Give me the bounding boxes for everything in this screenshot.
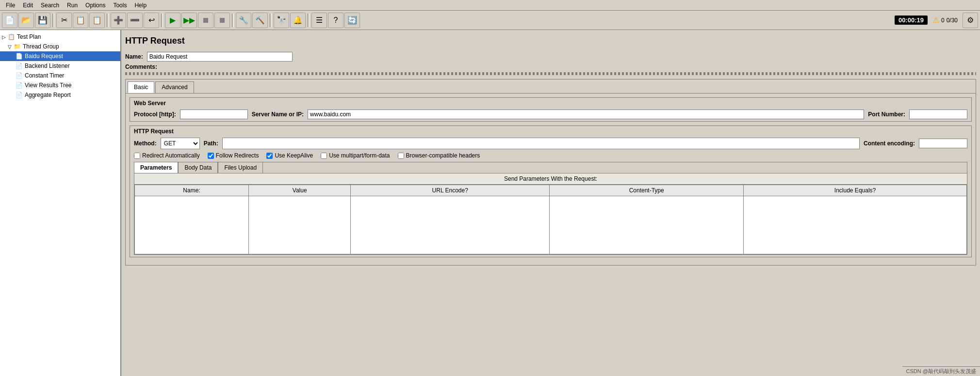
error-count: 0: [941, 17, 945, 24]
bell-button[interactable]: 🔔: [290, 13, 306, 28]
inner-tabs-container: Parameters Body Data Files Upload Send P…: [134, 162, 967, 255]
start-button[interactable]: ▶: [165, 13, 180, 28]
remove-button[interactable]: ➖: [127, 13, 143, 28]
empty-row: [135, 196, 967, 254]
folder-icon: 📁: [14, 43, 21, 50]
search-button[interactable]: 🔭: [274, 13, 289, 28]
paste-button[interactable]: 📋: [89, 13, 105, 28]
form-panel: HTTP Request Name: Comments: Basic Advan…: [125, 34, 976, 266]
follow-redirects-checkbox[interactable]: Follow Redirects: [208, 152, 259, 159]
tree-item-view-results[interactable]: 📄 View Results Tree: [0, 80, 120, 90]
follow-redirects-label: Follow Redirects: [216, 152, 259, 159]
inner-tab-body-data[interactable]: Body Data: [178, 162, 218, 173]
empty-cell-5: [744, 196, 967, 254]
path-input[interactable]: [222, 138, 860, 149]
redirect-auto-checkbox[interactable]: Redirect Automatically: [134, 152, 200, 159]
menu-help[interactable]: Help: [131, 1, 150, 10]
tree-item-aggregate-report[interactable]: 📄 Aggregate Report: [0, 90, 120, 100]
path-label: Path:: [204, 140, 218, 147]
warning-icon: ⚠: [932, 16, 939, 25]
menu-tools[interactable]: Tools: [109, 1, 131, 10]
multipart-checkbox[interactable]: Use multipart/form-data: [321, 152, 390, 159]
start-no-pause-button[interactable]: ▶▶: [181, 13, 197, 28]
page-icon: 📄: [16, 72, 23, 79]
tree-label: Baidu Request: [25, 53, 63, 60]
encoding-label: Content encoding:: [864, 140, 915, 147]
protocol-input[interactable]: [180, 110, 248, 119]
open-button[interactable]: 📂: [18, 13, 34, 28]
timer-display: 00:00:19: [895, 16, 928, 25]
cut-button[interactable]: ✂: [56, 13, 72, 28]
hammer-button[interactable]: 🔨: [252, 13, 268, 28]
expand-icon: ▽: [8, 44, 12, 49]
port-input[interactable]: [909, 110, 967, 119]
add-button[interactable]: ➕: [111, 13, 126, 28]
http-request-section: HTTP Request Method: GET POST PUT DELETE…: [130, 125, 972, 257]
menu-search[interactable]: Search: [37, 1, 63, 10]
table-header-row: Send Parameters With the Request:: [134, 173, 967, 185]
name-input[interactable]: [147, 52, 293, 62]
tree-item-baidu-request[interactable]: 📄 Baidu Request: [0, 51, 120, 61]
tab-basic[interactable]: Basic: [128, 81, 154, 93]
copy-button[interactable]: 📋: [73, 13, 88, 28]
port-label: Port Number:: [868, 111, 905, 118]
page-icon: 📄: [16, 53, 23, 60]
parameters-content: Send Parameters With the Request: Name: …: [134, 173, 967, 254]
name-label: Name:: [125, 53, 143, 60]
panel-title: HTTP Request: [125, 34, 976, 48]
checkbox-row: Redirect Automatically Follow Redirects …: [134, 152, 967, 159]
tree-item-backend-listener[interactable]: 📄 Backend Listener: [0, 61, 120, 71]
menu-run[interactable]: Run: [63, 1, 82, 10]
page-icon: 📄: [16, 82, 23, 89]
method-select[interactable]: GET POST PUT DELETE HEAD OPTIONS PATCH: [161, 138, 200, 149]
toolbar-separator-1: [52, 14, 54, 27]
empty-cell-3: [351, 196, 550, 254]
multipart-input[interactable]: [321, 153, 327, 159]
col-url-encode: URL Encode?: [351, 185, 550, 196]
browser-headers-checkbox[interactable]: Browser-compatible headers: [398, 152, 480, 159]
keepalive-input[interactable]: [266, 153, 273, 159]
inner-tab-parameters[interactable]: Parameters: [134, 162, 178, 173]
page-icon: 📄: [16, 92, 23, 98]
follow-redirects-input[interactable]: [208, 153, 214, 159]
col-content-type: Content-Type: [550, 185, 744, 196]
browser-headers-input[interactable]: [398, 153, 404, 159]
stop-button[interactable]: ⏹: [198, 13, 213, 28]
menu-options[interactable]: Options: [82, 1, 109, 10]
empty-cell-1: [135, 196, 249, 254]
browser-headers-label: Browser-compatible headers: [406, 152, 480, 159]
redirect-auto-input[interactable]: [134, 153, 140, 159]
keepalive-checkbox[interactable]: Use KeepAlive: [266, 152, 313, 159]
settings-button[interactable]: ⚙: [963, 13, 978, 28]
keepalive-label: Use KeepAlive: [275, 152, 313, 159]
menu-file[interactable]: File: [2, 1, 19, 10]
inner-tab-files-upload[interactable]: Files Upload: [218, 162, 263, 173]
main-tabs-container: Basic Advanced Web Server Protocol [http…: [125, 79, 976, 266]
tree-item-thread-group[interactable]: ▽ 📁 Thread Group: [0, 42, 120, 51]
web-server-section: Web Server Protocol [http]: Server Name …: [130, 97, 972, 122]
shutdown-button[interactable]: ⏹: [214, 13, 230, 28]
method-row: Method: GET POST PUT DELETE HEAD OPTIONS…: [134, 138, 967, 149]
method-label: Method:: [134, 140, 157, 147]
divider[interactable]: [125, 72, 976, 75]
server-input[interactable]: [308, 110, 864, 119]
toolbar-separator-5: [270, 14, 272, 27]
bottom-text: CSDN @敲代码敲到头发茂盛: [906, 368, 976, 374]
save-button[interactable]: 💾: [35, 13, 50, 28]
help-button[interactable]: ?: [328, 13, 343, 28]
page-icon: 📄: [16, 63, 23, 69]
tab-advanced[interactable]: Advanced: [155, 81, 194, 93]
tree-item-test-plan[interactable]: ▷ 📋 Test Plan: [0, 32, 120, 42]
encoding-input[interactable]: [919, 139, 967, 148]
tree-item-constant-timer[interactable]: 📄 Constant Timer: [0, 71, 120, 80]
new-button[interactable]: 📄: [2, 13, 17, 28]
refresh-button[interactable]: 🔄: [344, 13, 360, 28]
web-server-title: Web Server: [134, 100, 967, 107]
multipart-label: Use multipart/form-data: [329, 152, 390, 159]
script-button[interactable]: 🔧: [236, 13, 251, 28]
clear-button[interactable]: ↩: [144, 13, 159, 28]
tree-panel: ▷ 📋 Test Plan ▽ 📁 Thread Group 📄 Baidu R…: [0, 30, 121, 376]
col-include-equals: Include Equals?: [744, 185, 967, 196]
list-button[interactable]: ☰: [311, 13, 327, 28]
menu-edit[interactable]: Edit: [19, 1, 37, 10]
